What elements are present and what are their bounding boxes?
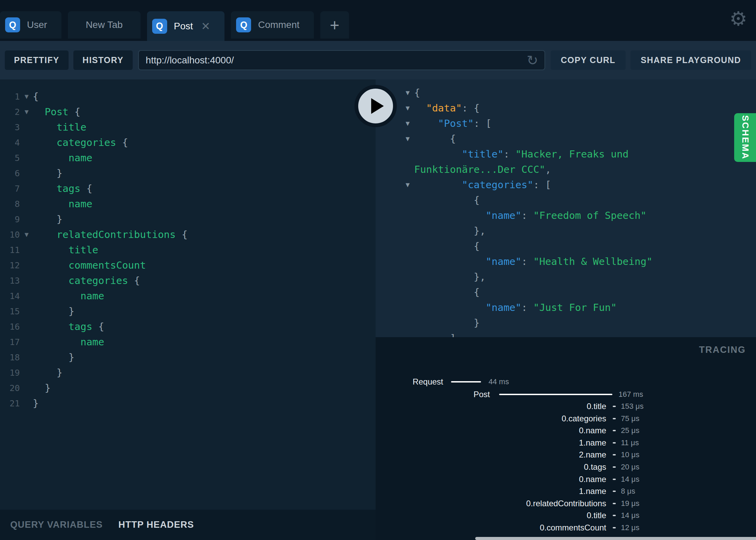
editor-line: 21} bbox=[0, 396, 376, 411]
trace-field-time: 75 μs bbox=[621, 412, 639, 425]
fold-arrow-icon[interactable]: ▼ bbox=[23, 89, 30, 104]
settings-gear-icon[interactable]: ⚙ bbox=[729, 9, 747, 29]
result-line: ▼ "categories": [ bbox=[376, 177, 756, 193]
line-number: 9 bbox=[0, 212, 20, 227]
trace-field-label: 2.name bbox=[376, 449, 606, 461]
query-variables-tab[interactable]: QUERY VARIABLES bbox=[10, 520, 103, 530]
line-number: 14 bbox=[0, 288, 20, 304]
trace-field-label: 0.title bbox=[376, 400, 606, 412]
fold-arrow-icon[interactable]: ▼ bbox=[404, 85, 411, 101]
add-tab-button[interactable]: + bbox=[320, 11, 349, 39]
code-text: tags { bbox=[33, 321, 104, 332]
editor-line: 4 categories { bbox=[0, 135, 376, 150]
code-text: "Post": [ bbox=[414, 118, 492, 129]
line-number: 13 bbox=[0, 273, 20, 288]
trace-time: 167 ms bbox=[619, 390, 643, 399]
url-input[interactable] bbox=[145, 55, 527, 66]
result-line: Funktionäre...Der CCC", bbox=[376, 162, 756, 177]
code-text: name bbox=[33, 198, 92, 210]
trace-dash bbox=[613, 491, 616, 492]
line-number: 12 bbox=[0, 258, 20, 273]
trace-bar bbox=[499, 394, 612, 395]
share-playground-button[interactable]: SHARE PLAYGROUND bbox=[630, 50, 751, 70]
schema-side-tab[interactable]: SCHEMA bbox=[734, 113, 756, 162]
tab-post[interactable]: QPost✕ bbox=[147, 11, 225, 41]
code-text: } bbox=[33, 397, 39, 409]
trace-label: Post bbox=[376, 390, 490, 399]
code-text: name bbox=[33, 290, 104, 302]
result-line: ] bbox=[376, 331, 756, 337]
editor-line: 11 title bbox=[0, 242, 376, 258]
tab-user[interactable]: QUser bbox=[0, 11, 61, 39]
query-editor[interactable]: 1▼{2▼ Post {3 title4 categories {5 name6… bbox=[0, 79, 376, 510]
execute-query-button[interactable] bbox=[354, 85, 397, 127]
trace-field-row: 0.title14 μs bbox=[376, 509, 756, 522]
editor-line: 1▼{ bbox=[0, 89, 376, 104]
trace-field-row: 0.categories75 μs bbox=[376, 412, 756, 425]
line-number: 7 bbox=[0, 181, 20, 196]
fold-arrow-icon[interactable]: ▼ bbox=[404, 101, 411, 116]
trace-field-row: 0.name14 μs bbox=[376, 473, 756, 485]
trace-dash bbox=[613, 479, 616, 480]
editor-line: 17 name bbox=[0, 334, 376, 350]
code-text: }, bbox=[414, 225, 486, 237]
trace-field-label: 0.name bbox=[376, 424, 606, 437]
refresh-schema-icon[interactable]: ↺ bbox=[527, 54, 538, 67]
tab-new-tab[interactable]: New Tab bbox=[68, 11, 140, 39]
trace-field-label: 0.commentsCount bbox=[376, 522, 606, 534]
prettify-button[interactable]: PRETTIFY bbox=[5, 50, 69, 70]
code-text: "categories": [ bbox=[414, 179, 551, 191]
code-text: name bbox=[33, 152, 92, 164]
endpoint-url-field: ↺ bbox=[138, 50, 545, 70]
fold-arrow-icon[interactable]: ▼ bbox=[23, 227, 30, 242]
code-text: } bbox=[33, 382, 50, 394]
http-headers-tab[interactable]: HTTP HEADERS bbox=[118, 520, 194, 530]
trace-field-time: 20 μs bbox=[621, 461, 639, 473]
code-text: { bbox=[33, 91, 39, 102]
trace-field-row: 2.name10 μs bbox=[376, 449, 756, 461]
code-text: name bbox=[33, 336, 104, 348]
editor-line: 12 commentsCount bbox=[0, 258, 376, 273]
response-pane: ▼{▼ "data": {▼ "Post": [▼ { "title": "Ha… bbox=[376, 79, 756, 540]
fold-arrow-icon[interactable]: ▼ bbox=[404, 131, 411, 147]
line-number: 8 bbox=[0, 196, 20, 212]
trace-field-row: 0.tags20 μs bbox=[376, 461, 756, 473]
tab-label: Comment bbox=[258, 19, 299, 30]
tab-label: New Tab bbox=[86, 19, 122, 30]
code-text: title bbox=[33, 244, 98, 256]
copy-curl-button[interactable]: COPY CURL bbox=[551, 50, 626, 70]
fold-arrow-icon[interactable]: ▼ bbox=[404, 177, 411, 193]
horizontal-scrollbar[interactable] bbox=[475, 537, 756, 540]
tab-bar: QUserNew TabQPost✕QComment+ bbox=[0, 11, 349, 41]
trace-field-label: 0.tags bbox=[376, 461, 606, 473]
trace-field-time: 8 μs bbox=[621, 485, 635, 497]
trace-dash bbox=[613, 515, 616, 516]
toolbar: PRETTIFY HISTORY ↺ COPY CURL SHARE PLAYG… bbox=[0, 41, 756, 79]
code-text: categories { bbox=[33, 275, 140, 286]
trace-field-row: 0.commentsCount12 μs bbox=[376, 522, 756, 534]
code-text: } bbox=[33, 351, 74, 363]
code-text: } bbox=[33, 167, 62, 179]
code-text: "name": "Health & Wellbeing" bbox=[414, 256, 652, 267]
code-text: "data": { bbox=[414, 102, 480, 114]
code-text: categories { bbox=[33, 137, 128, 148]
trace-field-label: 0.name bbox=[376, 473, 606, 485]
editor-line: 3 title bbox=[0, 120, 376, 135]
tracing-title: TRACING bbox=[699, 345, 746, 355]
tab-comment[interactable]: QComment bbox=[231, 11, 314, 39]
fold-arrow-icon[interactable]: ▼ bbox=[404, 116, 411, 131]
code-text: tags { bbox=[33, 183, 92, 194]
editor-line: 15 } bbox=[0, 304, 376, 319]
result-line: } bbox=[376, 315, 756, 331]
line-number: 15 bbox=[0, 304, 20, 319]
history-button[interactable]: HISTORY bbox=[73, 50, 133, 70]
trace-dash bbox=[613, 430, 616, 431]
editor-line: 18 } bbox=[0, 350, 376, 365]
trace-field-row: 0.relatedContributions19 μs bbox=[376, 497, 756, 510]
close-tab-icon[interactable]: ✕ bbox=[201, 21, 210, 32]
fold-arrow-icon[interactable]: ▼ bbox=[23, 104, 30, 120]
code-text: title bbox=[33, 121, 86, 133]
line-number: 3 bbox=[0, 120, 20, 135]
result-line: }, bbox=[376, 223, 756, 239]
query-pane: 1▼{2▼ Post {3 title4 categories {5 name6… bbox=[0, 79, 376, 540]
